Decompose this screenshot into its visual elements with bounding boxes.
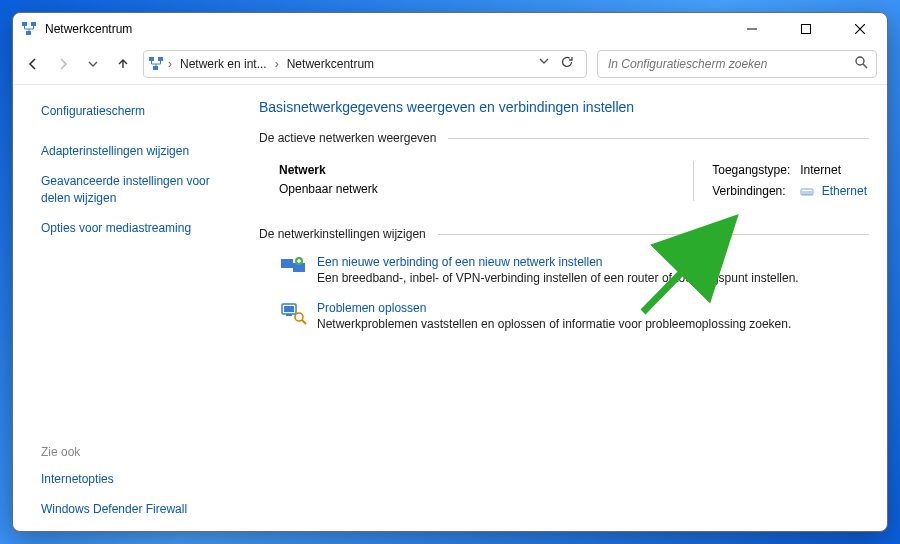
sidebar-link-media-streaming[interactable]: Opties voor mediastreaming — [41, 216, 223, 240]
svg-rect-0 — [22, 22, 27, 26]
access-type-value: Internet — [800, 161, 867, 180]
svg-rect-1 — [31, 22, 36, 26]
svg-line-23 — [302, 320, 306, 324]
svg-rect-4 — [802, 25, 811, 34]
search-input[interactable] — [606, 56, 854, 72]
network-center-icon — [21, 21, 37, 37]
troubleshoot-link[interactable]: Problemen oplossen — [317, 301, 426, 315]
content: Configuratiescherm Adapterinstellingen w… — [13, 85, 887, 531]
setup-connection-icon — [279, 255, 307, 279]
access-type-label: Toegangstype: — [712, 161, 790, 180]
minimize-button[interactable] — [729, 14, 775, 44]
network-profile: Openbaar netwerk — [279, 180, 378, 199]
breadcrumb-item[interactable]: Netwerkcentrum — [283, 57, 378, 71]
see-also-heading: Zie ook — [41, 445, 223, 461]
chevron-right-icon: › — [275, 57, 279, 71]
sidebar: Configuratiescherm Adapterinstellingen w… — [13, 85, 233, 531]
window-title: Netwerkcentrum — [45, 22, 132, 36]
back-button[interactable] — [23, 54, 43, 74]
task-troubleshoot: Problemen oplossen Netwerkproblemen vast… — [259, 297, 869, 343]
chevron-right-icon: › — [168, 57, 172, 71]
section-change-settings: De netwerkinstellingen wijzigen — [259, 227, 869, 241]
setup-connection-desc: Een breedband-, inbel- of VPN-verbinding… — [317, 271, 799, 285]
search-icon[interactable] — [854, 55, 868, 72]
page-title: Basisnetwerkgegevens weergeven en verbin… — [259, 99, 869, 115]
refresh-icon[interactable] — [560, 55, 574, 72]
svg-rect-20 — [284, 306, 294, 312]
svg-rect-7 — [153, 66, 158, 70]
breadcrumb-item[interactable]: Netwerk en int... — [176, 57, 271, 71]
network-name: Netwerk — [279, 163, 326, 177]
address-bar[interactable]: › Netwerk en int... › Netwerkcentrum — [143, 50, 587, 78]
chevron-down-icon[interactable] — [538, 55, 550, 72]
network-info-left: Netwerk Openbaar netwerk — [279, 161, 378, 201]
sidebar-link-advanced-sharing[interactable]: Geavanceerde instellingen voor delen wij… — [41, 169, 223, 209]
troubleshoot-desc: Netwerkproblemen vaststellen en oplossen… — [317, 317, 791, 331]
network-center-icon — [148, 56, 164, 72]
search-box[interactable] — [597, 50, 877, 78]
control-panel-home-link[interactable]: Configuratiescherm — [41, 99, 223, 123]
vertical-divider — [693, 161, 694, 201]
window: Netwerkcentrum — [12, 12, 888, 532]
connections-label: Verbindingen: — [712, 182, 790, 201]
troubleshoot-icon — [279, 301, 307, 325]
divider — [438, 234, 869, 235]
forward-button[interactable] — [53, 54, 73, 74]
sidebar-link-internet-options[interactable]: Internetopties — [41, 467, 223, 491]
main-pane: Basisnetwerkgegevens weergeven en verbin… — [233, 85, 887, 531]
close-button[interactable] — [837, 14, 883, 44]
task-setup-connection: Een nieuwe verbinding of een nieuw netwe… — [259, 251, 869, 297]
up-button[interactable] — [113, 54, 133, 74]
recent-locations-button[interactable] — [83, 54, 103, 74]
section-label: De netwerkinstellingen wijzigen — [259, 227, 426, 241]
divider — [448, 138, 869, 139]
svg-rect-16 — [281, 259, 293, 268]
toolbar: › Netwerk en int... › Netwerkcentrum — [13, 45, 887, 85]
sidebar-link-windows-defender-firewall[interactable]: Windows Defender Firewall — [41, 497, 223, 521]
ethernet-icon — [800, 184, 817, 198]
section-active-networks: De actieve netwerken weergeven — [259, 131, 869, 145]
sidebar-link-adapter-settings[interactable]: Adapterinstellingen wijzigen — [41, 139, 223, 163]
setup-connection-link[interactable]: Een nieuwe verbinding of een nieuw netwe… — [317, 255, 603, 269]
svg-rect-6 — [158, 57, 163, 61]
svg-rect-5 — [149, 57, 154, 61]
active-network-block: Netwerk Openbaar netwerk Toegangstype: I… — [259, 155, 869, 223]
svg-line-9 — [863, 64, 867, 68]
titlebar: Netwerkcentrum — [13, 13, 887, 45]
svg-rect-21 — [286, 314, 292, 316]
svg-rect-2 — [26, 31, 31, 35]
svg-point-8 — [856, 57, 864, 65]
section-label: De actieve netwerken weergeven — [259, 131, 436, 145]
ethernet-connection-link[interactable]: Ethernet — [822, 184, 867, 198]
network-info-right: Toegangstype: Internet Verbindingen: — [712, 161, 867, 201]
svg-point-22 — [295, 313, 303, 321]
maximize-button[interactable] — [783, 14, 829, 44]
